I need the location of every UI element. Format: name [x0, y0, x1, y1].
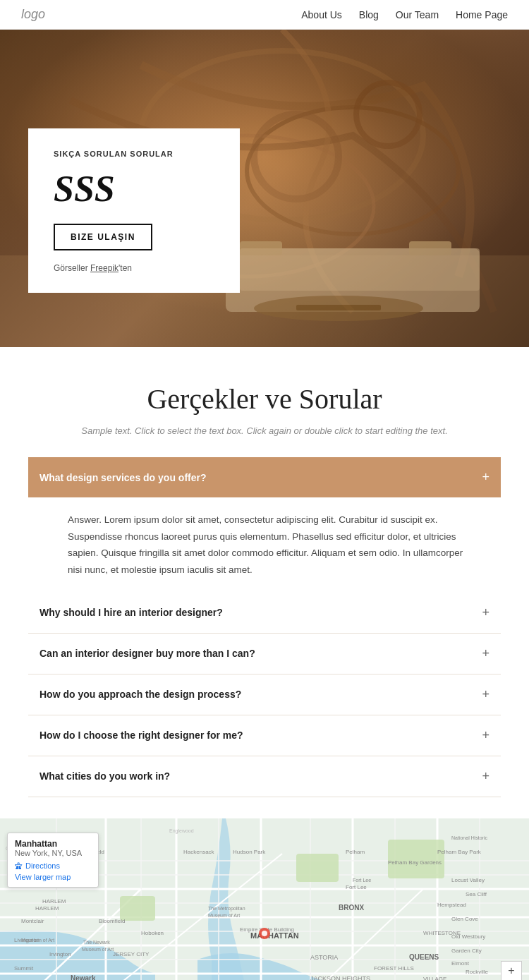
faq-question-1: What design services do you offer? — [39, 472, 207, 483]
svg-point-96 — [262, 931, 267, 936]
svg-text:Glen Cove: Glen Cove — [451, 916, 478, 922]
faq-question-row-1[interactable]: What design services do you offer? + — [28, 457, 501, 497]
faq-question-4: How do you approach the design process? — [39, 689, 241, 700]
svg-text:Fort Lee: Fort Lee — [353, 878, 371, 883]
freepik-link[interactable]: Freepik — [90, 263, 118, 273]
svg-text:Museum of Art: Museum of Art — [82, 947, 114, 952]
svg-text:WHITESTONE: WHITESTONE — [423, 930, 461, 936]
faq-section: What design services do you offer? + Ans… — [0, 443, 529, 818]
faq-question-row-6[interactable]: What cities do you work in? + — [28, 756, 501, 797]
svg-text:Montclair: Montclair — [21, 918, 44, 924]
section-description: Sample text. Click to select the text bo… — [28, 425, 501, 436]
map-background: MANHATTAN ASTORIA JACKSON HEIGHTS BRONX … — [0, 818, 529, 981]
faq-question-row-4[interactable]: How do you approach the design process? … — [28, 674, 501, 715]
svg-text:FOREST HILLS: FOREST HILLS — [374, 965, 414, 972]
nav-links: About Us Blog Our Team Home Page — [301, 8, 508, 21]
hero-credit: Görseller Freepik'ten — [54, 263, 214, 273]
faq-item-5: How do I choose the right designer for m… — [28, 715, 501, 756]
svg-text:Locust Valley: Locust Valley — [451, 877, 485, 883]
svg-text:National Historic: National Historic — [451, 835, 487, 840]
svg-rect-12 — [296, 305, 381, 310]
svg-text:Irvington: Irvington — [49, 951, 71, 957]
svg-text:HARLEM: HARLEM — [35, 905, 59, 912]
directions-icon: 🛣 — [15, 861, 23, 870]
svg-text:Rockville: Rockville — [466, 969, 489, 975]
hero-subtitle: SIKÇA SORULAN SORULAR — [54, 150, 214, 158]
faq-question-row-5[interactable]: How do I choose the right designer for m… — [28, 715, 501, 756]
svg-text:Mountain of Art: Mountain of Art — [21, 938, 54, 943]
contact-button[interactable]: BIZE ULAŞIN — [54, 224, 152, 250]
map-zoom-in-button[interactable]: + — [501, 962, 521, 981]
faq-plus-icon-6: + — [482, 769, 490, 784]
nav-about-us[interactable]: About Us — [301, 9, 342, 20]
faq-question-6: What cities do you work in? — [39, 770, 170, 782]
faq-question-5: How do I choose the right designer for m… — [39, 730, 243, 741]
svg-text:Englewood: Englewood — [169, 828, 194, 834]
map-zoom-controls: + − — [501, 961, 522, 981]
svg-text:Museum of Art: Museum of Art — [208, 913, 240, 918]
map-section: MANHATTAN ASTORIA JACKSON HEIGHTS BRONX … — [0, 818, 529, 981]
nav-home-page[interactable]: Home Page — [456, 9, 508, 20]
svg-text:Pelham: Pelham — [346, 849, 365, 855]
svg-text:BRONX: BRONX — [339, 904, 364, 912]
faq-item-2: Why should I hire an interior designer? … — [28, 593, 501, 634]
view-larger-map-link[interactable]: View larger map — [15, 873, 91, 881]
svg-text:Elmont: Elmont — [451, 960, 470, 967]
section-title-area: Gerçekler ve Sorular Sample text. Click … — [0, 347, 529, 443]
svg-text:Hempstead: Hempstead — [437, 902, 466, 908]
svg-text:QUEENS: QUEENS — [409, 953, 439, 961]
faq-question-2: Why should I hire an interior designer? — [39, 607, 223, 618]
faq-item-4: How do you approach the design process? … — [28, 674, 501, 715]
svg-text:Pelham Bay Park: Pelham Bay Park — [437, 849, 482, 855]
svg-rect-37 — [120, 896, 155, 921]
faq-item-3: Can an interior designer buy more than I… — [28, 634, 501, 674]
logo: logo — [21, 7, 45, 22]
hero-title: SSS — [54, 168, 214, 210]
navbar: logo About Us Blog Our Team Home Page — [0, 0, 529, 30]
svg-rect-10 — [240, 248, 480, 291]
svg-text:Hudson Park: Hudson Park — [233, 849, 266, 855]
faq-item-6: What cities do you work in? + — [28, 756, 501, 797]
section-title: Gerçekler ve Sorular — [28, 382, 501, 416]
faq-item-1: What design services do you offer? + — [28, 457, 501, 497]
faq-plus-icon-5: + — [482, 728, 490, 743]
faq-question-row-2[interactable]: Why should I hire an interior designer? … — [28, 593, 501, 633]
hero-section: SIKÇA SORULAN SORULAR SSS BIZE ULAŞIN Gö… — [0, 30, 529, 347]
map-location-title: Manhattan — [15, 839, 91, 849]
svg-text:JACKSON HEIGHTS: JACKSON HEIGHTS — [310, 975, 370, 981]
faq-answer-1: Answer. Lorem ipsum dolor sit amet, cons… — [28, 497, 501, 593]
faq-question-3: Can an interior designer buy more than I… — [39, 648, 255, 659]
svg-text:Fort Lee: Fort Lee — [346, 884, 367, 890]
svg-text:Hackensack: Hackensack — [183, 849, 215, 855]
nav-blog[interactable]: Blog — [359, 9, 379, 20]
svg-text:ASTORIA: ASTORIA — [310, 954, 338, 961]
svg-text:The Metropolitan: The Metropolitan — [208, 906, 245, 912]
svg-text:Newark: Newark — [71, 974, 96, 981]
faq-question-row-3[interactable]: Can an interior designer buy more than I… — [28, 634, 501, 674]
faq-plus-icon-3: + — [482, 646, 490, 661]
svg-text:Summit: Summit — [14, 965, 34, 972]
faq-plus-icon-1: + — [482, 470, 490, 485]
svg-text:Bloomfield: Bloomfield — [99, 918, 125, 924]
svg-text:VILLAGE: VILLAGE — [423, 976, 446, 981]
nav-our-team[interactable]: Our Team — [396, 9, 439, 20]
map-location-sub: New York, NY, USA — [15, 849, 91, 857]
svg-text:Garden City: Garden City — [451, 948, 482, 954]
svg-text:Pelham Bay Gardens: Pelham Bay Gardens — [388, 859, 442, 866]
map-directions[interactable]: 🛣 Directions — [15, 861, 91, 870]
faq-plus-icon-4: + — [482, 687, 490, 702]
svg-text:Sea Cliff: Sea Cliff — [466, 891, 487, 897]
svg-text:HARLEM: HARLEM — [42, 898, 66, 905]
map-tooltip: Manhattan New York, NY, USA 🛣 Directions… — [7, 833, 99, 888]
hero-card: SIKÇA SORULAN SORULAR SSS BIZE ULAŞIN Gö… — [28, 128, 240, 293]
svg-rect-35 — [296, 854, 339, 882]
svg-text:The Newark: The Newark — [83, 940, 110, 945]
svg-text:Hoboken: Hoboken — [141, 930, 164, 936]
svg-text:JERSEY CITY: JERSEY CITY — [113, 951, 150, 957]
faq-plus-icon-2: + — [482, 605, 490, 620]
